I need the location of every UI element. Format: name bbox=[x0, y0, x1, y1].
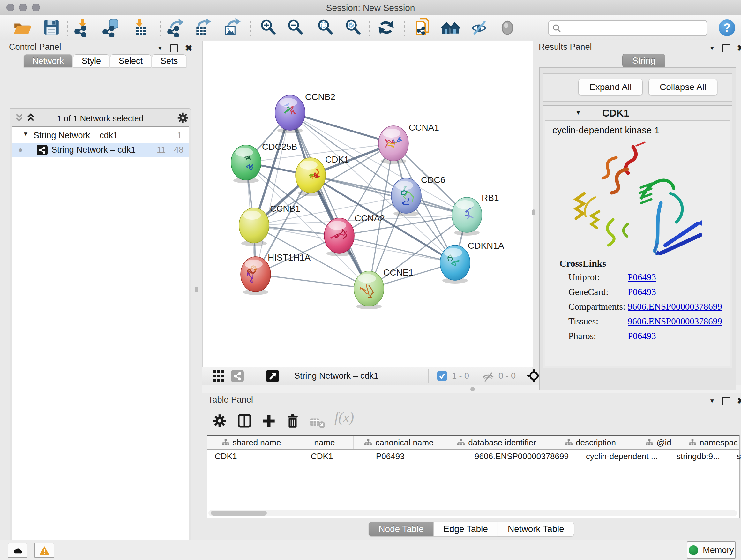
node-CCNE1[interactable] bbox=[354, 271, 384, 309]
toolbar-separator bbox=[251, 369, 251, 383]
main-toolbar: ? bbox=[0, 15, 741, 40]
zoom-fit-button[interactable] bbox=[316, 18, 335, 37]
panel-menu-icon[interactable]: ▼ bbox=[709, 45, 715, 52]
tab-sets[interactable]: Sets bbox=[152, 54, 186, 67]
memory-button[interactable]: Memory bbox=[687, 542, 736, 559]
tab-style[interactable]: Style bbox=[73, 54, 110, 67]
table-cell: CDK1 bbox=[303, 449, 368, 463]
gene-name: CDK1 bbox=[602, 108, 629, 119]
create-column-plus-icon[interactable] bbox=[262, 414, 276, 428]
delete-column-trash-icon[interactable] bbox=[286, 414, 299, 428]
tab-network-table[interactable]: Network Table bbox=[498, 522, 574, 537]
zoom-out-button[interactable] bbox=[286, 18, 305, 37]
panel-menu-icon[interactable]: ▼ bbox=[157, 45, 163, 52]
tab-network[interactable]: Network bbox=[23, 54, 72, 67]
window-title: Session: New Session bbox=[0, 3, 741, 13]
selected-nodes-checkbox-icon[interactable] bbox=[437, 371, 447, 381]
column-header-name[interactable]: name bbox=[296, 436, 354, 449]
panel-float-icon[interactable] bbox=[722, 44, 730, 52]
collection-label: String Network – cdk1 bbox=[33, 131, 118, 140]
collection-expander-icon[interactable]: ▼ bbox=[23, 131, 29, 138]
crosslink-link[interactable]: 9606.ENSP00000378699 bbox=[628, 301, 722, 312]
left-splitter-handle[interactable] bbox=[195, 287, 199, 293]
import-network-from-database-button[interactable] bbox=[102, 18, 121, 37]
tab-edge-table[interactable]: Edge Table bbox=[433, 522, 498, 537]
network-canvas[interactable]: CCNB2CCNA1CDC25BCDK1CDC6RB1CCNB1CCNA2CDK… bbox=[202, 41, 533, 367]
zoom-selected-button[interactable] bbox=[343, 18, 362, 37]
hidden-counts: 0 - 0 bbox=[498, 371, 516, 381]
birdseye-view-icon[interactable] bbox=[266, 370, 279, 382]
first-neighbors-button[interactable] bbox=[441, 18, 461, 37]
network-panel-body: 1 of 1 Network selected ▼ String Network… bbox=[10, 108, 191, 560]
crosslink-link[interactable]: P06493 bbox=[628, 331, 656, 341]
import-network-from-file-button[interactable] bbox=[73, 18, 92, 37]
share-view-icon[interactable] bbox=[231, 370, 244, 382]
column-header-description[interactable]: description bbox=[549, 436, 632, 449]
new-network-from-selection-button[interactable] bbox=[413, 18, 432, 37]
zoom-in-button[interactable] bbox=[259, 18, 278, 37]
splitter-handle[interactable] bbox=[470, 387, 475, 391]
expand-all-button[interactable]: Expand All bbox=[578, 79, 643, 96]
tab-node-table[interactable]: Node Table bbox=[368, 522, 433, 537]
table-options-gear-icon[interactable] bbox=[212, 414, 226, 428]
toolbar-separator bbox=[160, 18, 161, 36]
column-header-namespac[interactable]: namespac bbox=[685, 436, 741, 449]
cloud-button[interactable] bbox=[8, 543, 27, 558]
column-header-database-identifier[interactable]: database identifier bbox=[445, 436, 549, 449]
node-HIST1H1A[interactable] bbox=[241, 257, 271, 295]
toolbar-separator bbox=[404, 18, 405, 36]
export-image-button[interactable] bbox=[223, 18, 242, 37]
gene-details: cyclin-dependent kinase 1 bbox=[545, 120, 730, 366]
help-button[interactable]: ? bbox=[719, 19, 735, 36]
export-network-button[interactable] bbox=[166, 18, 185, 37]
show-all-button[interactable] bbox=[498, 18, 517, 37]
table-row[interactable]: CDK1CDK1P064939606.ENSP00000378699cyclin… bbox=[207, 449, 739, 463]
node-CCNB2[interactable] bbox=[275, 95, 305, 133]
column-header-shared-name[interactable]: shared name bbox=[207, 436, 296, 449]
hide-selection-button[interactable] bbox=[469, 18, 488, 37]
panel-close-icon[interactable]: ✖ bbox=[737, 396, 741, 406]
crosslink-link[interactable]: P06493 bbox=[628, 287, 656, 297]
node-CCNB1[interactable] bbox=[239, 208, 269, 246]
warnings-button[interactable] bbox=[35, 543, 54, 558]
panel-menu-icon[interactable]: ▼ bbox=[709, 397, 715, 405]
network-collection-row[interactable]: ▼ String Network – cdk1 1 bbox=[12, 129, 189, 143]
show-columns-icon[interactable] bbox=[238, 414, 252, 428]
network-options-gear-icon[interactable] bbox=[177, 112, 189, 124]
gene-expander-icon[interactable]: ▼ bbox=[575, 109, 582, 116]
apply-preferred-layout-button[interactable] bbox=[377, 18, 396, 37]
crosslink-link[interactable]: 9606.ENSP00000378699 bbox=[628, 316, 722, 327]
import-table-from-file-button[interactable] bbox=[130, 18, 149, 37]
panel-float-icon[interactable] bbox=[722, 397, 730, 405]
edge-HIST1H1A-CCNE1[interactable] bbox=[256, 274, 369, 289]
collection-count: 1 bbox=[177, 131, 182, 140]
function-builder-icon: f(x) bbox=[334, 409, 354, 426]
node-label-HIST1H1A: HIST1H1A bbox=[268, 253, 311, 262]
attribute-type-icon bbox=[222, 439, 229, 446]
string-results-tab[interactable]: String bbox=[622, 54, 665, 68]
node-CCNA1[interactable] bbox=[379, 126, 408, 164]
export-table-button[interactable] bbox=[193, 18, 212, 37]
node-RB1[interactable] bbox=[452, 197, 482, 236]
network-view-title: String Network – cdk1 bbox=[294, 371, 379, 381]
panel-close-icon[interactable]: ✖ bbox=[737, 43, 741, 53]
node-CDC25B[interactable] bbox=[231, 145, 261, 183]
panel-float-icon[interactable] bbox=[170, 44, 178, 52]
edge-CCNB2-CCNA1[interactable] bbox=[290, 113, 394, 143]
save-session-button[interactable] bbox=[42, 18, 61, 37]
search-input[interactable] bbox=[563, 21, 702, 34]
network-row[interactable]: ● String Network – cdk1 11 48 bbox=[12, 143, 189, 157]
grid-view-icon[interactable] bbox=[212, 370, 225, 382]
hscrollbar-thumb[interactable] bbox=[211, 510, 267, 516]
collapse-all-button[interactable]: Collapse All bbox=[649, 79, 718, 96]
column-header--id[interactable]: @id bbox=[632, 436, 685, 449]
search-field[interactable] bbox=[548, 20, 707, 36]
panel-close-icon[interactable]: ✖ bbox=[185, 43, 192, 53]
crosslink-link[interactable]: P06493 bbox=[628, 272, 656, 283]
column-header-canonical-name[interactable]: canonical name bbox=[354, 436, 445, 449]
table-cell: cyclin-dependent ... bbox=[578, 449, 669, 463]
tab-select[interactable]: Select bbox=[110, 54, 151, 67]
table-hscrollbar[interactable] bbox=[208, 510, 737, 516]
node-CDKN1A[interactable] bbox=[440, 245, 470, 284]
open-session-button[interactable] bbox=[13, 18, 32, 37]
